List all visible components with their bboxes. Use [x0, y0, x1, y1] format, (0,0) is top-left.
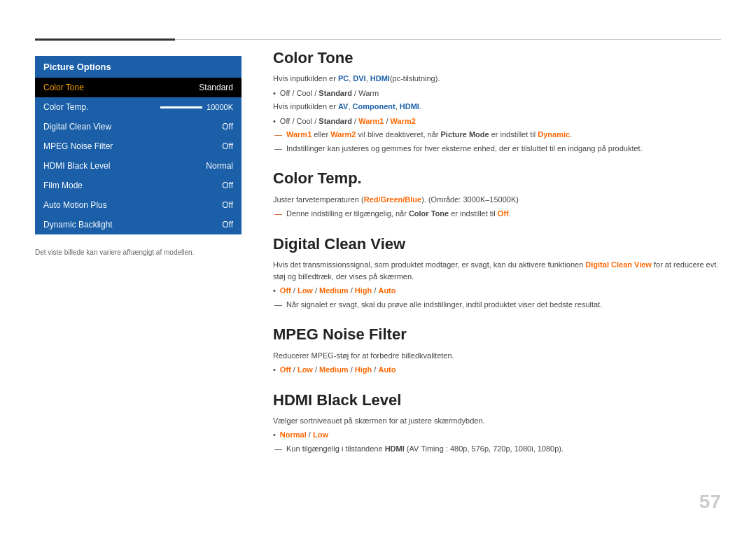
hbl-p1: Vælger sortniveauet på skærmen for at ju… [273, 415, 721, 427]
page-number: 57 [699, 491, 721, 513]
color-temp-label: Color Temp. [43, 102, 88, 112]
color-tone-options2: Off / Cool / Standard / Warm1 / Warm2 [280, 115, 416, 127]
color-tone-bullet1: Off / Cool / Standard / Warm [273, 87, 721, 99]
mpeg-noise-filter-body: Reducerer MPEG-støj for at forbedre bill… [273, 350, 721, 376]
dcv-bullet1: Off / Low / Medium / High / Auto [273, 285, 721, 297]
dynamic-backlight-label: Dynamic Backlight [43, 220, 113, 230]
color-tone-title: Color Tone [273, 49, 721, 67]
color-tone-body: Hvis inputkilden er PC, DVI, HDMI(pc-til… [273, 73, 721, 154]
section-digital-clean-view: Digital Clean View Hvis det transmission… [273, 235, 721, 310]
auto-motion-plus-value: Off [222, 200, 233, 210]
mpeg-noise-filter-value: Off [222, 141, 233, 151]
color-tone-bullet2: Off / Cool / Standard / Warm1 / Warm2 [273, 115, 721, 127]
digital-clean-view-title: Digital Clean View [273, 235, 721, 253]
digital-clean-view-label: Digital Clean View [43, 122, 111, 132]
color-tone-note2: Indstillinger kan justeres og gemmes for… [273, 143, 721, 155]
menu-item-mpeg-noise-filter[interactable]: MPEG Noise Filter Off [35, 136, 241, 156]
section-hdmi-black-level: HDMI Black Level Vælger sortniveauet på … [273, 391, 721, 455]
menu-item-dynamic-backlight[interactable]: Dynamic Backlight Off [35, 215, 241, 234]
digital-clean-view-body: Hvis det transmissionssignal, som produk… [273, 259, 721, 310]
panel-note: Det viste billede kan variere afhængigt … [35, 248, 241, 256]
top-decoration [0, 38, 756, 41]
color-temp-right: 10000K [160, 103, 233, 111]
hbl-bullet1: Normal / Low [273, 429, 721, 441]
color-tone-label: Color Tone [43, 83, 84, 92]
color-temp-title: Color Temp. [273, 169, 721, 188]
menu-item-color-tone[interactable]: Color Tone Standard [35, 78, 241, 97]
color-tone-p1: Hvis inputkilden er PC, DVI, HDMI(pc-til… [273, 73, 721, 85]
color-temp-slider [160, 106, 202, 108]
mpeg-noise-filter-label: MPEG Noise Filter [43, 141, 113, 151]
color-tone-note1: Warm1 eller Warm2 vil blive deaktiveret,… [273, 129, 721, 141]
hdmi-black-level-body: Vælger sortniveauet på skærmen for at ju… [273, 415, 721, 455]
hdmi-black-level-value: Normal [206, 161, 233, 171]
color-tone-options1: Off / Cool / Standard / Warm [280, 87, 379, 99]
color-temp-p1: Juster farvetemperaturen (Red/Green/Blue… [273, 194, 721, 206]
color-temp-value: 10000K [206, 103, 233, 111]
section-color-tone: Color Tone Hvis inputkilden er PC, DVI, … [273, 49, 721, 154]
menu-item-hdmi-black-level[interactable]: HDMI Black Level Normal [35, 156, 241, 176]
panel-title: Picture Options [35, 56, 241, 78]
menu-item-film-mode[interactable]: Film Mode Off [35, 176, 241, 195]
menu-item-color-temp[interactable]: Color Temp. 10000K [35, 97, 241, 117]
dynamic-backlight-value: Off [222, 220, 233, 230]
digital-clean-view-value: Off [222, 122, 233, 132]
color-tone-p2: Hvis inputkilden er AV, Component, HDMI. [273, 101, 721, 113]
color-temp-body: Juster farvetemperaturen (Red/Green/Blue… [273, 194, 721, 220]
menu-item-digital-clean-view[interactable]: Digital Clean View Off [35, 117, 241, 136]
mpeg-noise-filter-title: MPEG Noise Filter [273, 325, 721, 344]
dcv-note1: Når signalet er svagt, skal du prøve all… [273, 299, 721, 311]
hdmi-black-level-label: HDMI Black Level [43, 161, 110, 171]
color-temp-note1: Denne indstilling er tilgængelig, når Co… [273, 208, 721, 220]
left-panel: Picture Options Color Tone Standard Colo… [35, 56, 241, 256]
mpeg-bullet1: Off / Low / Medium / High / Auto [273, 364, 721, 376]
hbl-note1: Kun tilgængelig i tilstandene HDMI (AV T… [273, 443, 721, 455]
auto-motion-plus-label: Auto Motion Plus [43, 200, 107, 210]
film-mode-value: Off [222, 181, 233, 190]
hdmi-black-level-title: HDMI Black Level [273, 391, 721, 409]
mpeg-p1: Reducerer MPEG-støj for at forbedre bill… [273, 350, 721, 362]
menu-item-auto-motion-plus[interactable]: Auto Motion Plus Off [35, 195, 241, 215]
section-color-temp: Color Temp. Juster farvetemperaturen (Re… [273, 169, 721, 219]
section-mpeg-noise-filter: MPEG Noise Filter Reducerer MPEG-støj fo… [273, 325, 721, 375]
film-mode-label: Film Mode [43, 181, 83, 190]
color-tone-value: Standard [199, 83, 233, 92]
right-content: Color Tone Hvis inputkilden er PC, DVI, … [273, 49, 721, 470]
dcv-p1: Hvis det transmissionssignal, som produk… [273, 259, 721, 282]
